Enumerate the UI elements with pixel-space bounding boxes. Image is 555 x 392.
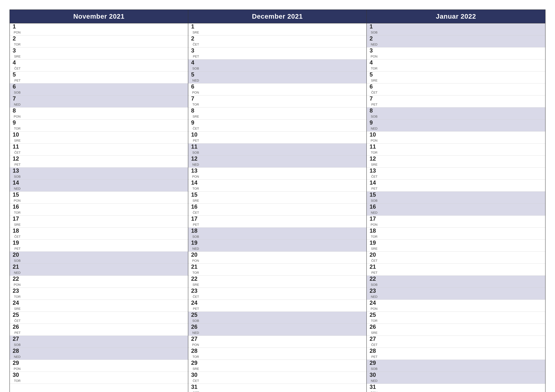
day-number: 10 [191, 132, 199, 137]
day-name: SRE [193, 199, 199, 203]
day-row: 27SOB [10, 336, 188, 348]
day-row: 16ČET [188, 204, 366, 216]
day-name: SRE [193, 31, 199, 35]
day-name: NED [192, 247, 199, 251]
day-row: 4SOB [188, 59, 366, 71]
day-number: 16 [191, 204, 199, 210]
day-row: 26PET [10, 324, 188, 336]
day-name: PON [371, 139, 378, 143]
day-row: 15PON [10, 192, 188, 204]
day-row: 21NED [10, 264, 188, 276]
day-row: 14TOR [188, 179, 366, 192]
days-list-0: 1PON2TOR3SRE4ČET5PET6SOB7NED8PON9TOR10SR… [10, 23, 188, 392]
day-name: SRE [193, 367, 199, 371]
day-name: TOR [192, 355, 199, 359]
day-row: 28NED [10, 348, 188, 360]
day-row: 26NED [188, 324, 366, 336]
day-number: 13 [191, 168, 199, 174]
day-number: 30 [13, 372, 21, 378]
day-number: 3 [13, 48, 21, 53]
day-row: 29PON [10, 360, 188, 372]
day-name: PON [371, 55, 378, 59]
day-name: TOR [371, 151, 378, 155]
day-number: 20 [13, 252, 21, 258]
day-name: TOR [192, 271, 199, 275]
month-col-2: Januar 20221SOB2NED3PON4TOR5SRE6ČET7PET8… [367, 10, 545, 392]
day-number: 28 [13, 348, 21, 354]
day-number: 6 [13, 84, 21, 89]
day-row: 8SOB [367, 107, 545, 120]
day-name: SRE [371, 79, 378, 83]
day-row: 8SRE [188, 107, 366, 120]
month-header-1: December 2021 [188, 10, 366, 23]
day-name: PET [371, 355, 378, 359]
day-number: 17 [370, 216, 378, 222]
day-number: 12 [191, 156, 199, 162]
day-number: 27 [191, 336, 199, 342]
day-row: 12SRE [367, 156, 545, 168]
day-number: 17 [191, 216, 199, 222]
day-name: PON [371, 307, 378, 311]
day-name: PET [15, 247, 21, 251]
day-row: 16TOR [10, 204, 188, 216]
day-number: 8 [370, 108, 378, 114]
day-name: ČET [14, 319, 21, 323]
day-number: 29 [13, 360, 21, 366]
day-row: 6SOB [10, 84, 188, 95]
day-row: 2NED [367, 36, 545, 47]
day-row-empty [10, 384, 188, 392]
day-number: 22 [191, 276, 199, 282]
day-number: 26 [191, 324, 199, 330]
day-name: ČET [193, 127, 199, 131]
day-number: 21 [13, 264, 21, 270]
day-name: TOR [14, 127, 21, 131]
day-row: 8PON [10, 107, 188, 120]
day-number: 30 [191, 372, 199, 378]
day-number: 17 [13, 216, 21, 222]
day-name: TOR [371, 67, 378, 71]
day-row: 3PET [188, 47, 366, 59]
day-row: 30NED [367, 372, 545, 384]
day-number: 7 [370, 96, 378, 101]
day-row: 20ČET [367, 252, 545, 264]
day-name: PON [192, 343, 199, 347]
day-row: 31PON [367, 384, 545, 392]
day-name: SOB [192, 151, 199, 155]
day-row: 26SRE [367, 324, 545, 336]
day-name: SOB [14, 259, 21, 263]
day-name: SRE [371, 331, 378, 335]
day-name: PET [371, 187, 378, 191]
day-row: 24PON [367, 300, 545, 312]
day-number: 4 [13, 60, 21, 65]
day-row: 18ČET [10, 228, 188, 240]
day-number: 2 [191, 36, 199, 41]
day-name: ČET [193, 43, 199, 47]
day-name: ČET [371, 175, 378, 179]
day-name: SOB [14, 343, 21, 347]
day-row: 23NED [367, 288, 545, 300]
days-list-1: 1SRE2ČET3PET4SOB5NED6PON7TOR8SRE9ČET10PE… [188, 23, 366, 392]
day-number: 14 [191, 180, 199, 185]
day-row: 23ČET [188, 288, 366, 300]
day-row: 30TOR [10, 372, 188, 384]
day-row: 9TOR [10, 120, 188, 131]
day-number: 7 [191, 96, 199, 101]
day-name: SOB [371, 115, 378, 119]
day-number: 31 [191, 384, 199, 390]
day-number: 25 [13, 312, 21, 318]
day-name: SOB [192, 67, 199, 71]
day-number: 11 [191, 144, 199, 150]
day-name: SRE [371, 163, 378, 167]
day-number: 19 [191, 240, 199, 246]
day-row: 2TOR [10, 36, 188, 47]
day-row: 16NED [367, 204, 545, 216]
day-row: 9ČET [188, 120, 366, 131]
day-row: 28TOR [188, 348, 366, 360]
day-number: 9 [13, 120, 21, 126]
day-row: 18SOB [188, 228, 366, 240]
day-row: 21TOR [188, 264, 366, 276]
day-name: TOR [192, 187, 199, 191]
day-name: PON [371, 391, 378, 392]
day-row: 25ČET [10, 312, 188, 324]
day-row: 22SOB [367, 276, 545, 288]
